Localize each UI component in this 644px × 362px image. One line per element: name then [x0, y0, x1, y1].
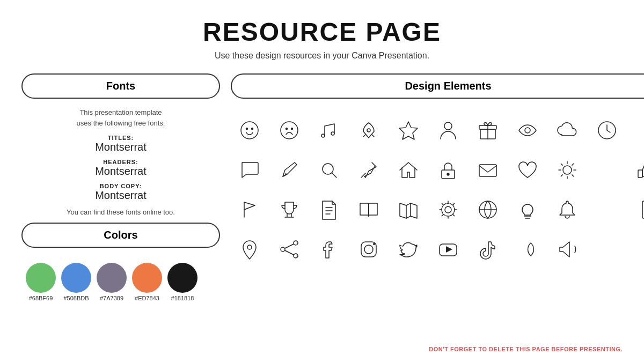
color-swatch-orange: #ED7843 — [132, 263, 162, 301]
icon-person — [429, 112, 467, 149]
fonts-note: You can find these fonts online too. — [21, 208, 220, 216]
icon-gift — [469, 112, 507, 149]
color-hex-black: #181818 — [171, 295, 194, 301]
svg-point-26 — [294, 241, 298, 245]
svg-rect-20 — [638, 170, 642, 178]
icon-thumbsup — [628, 151, 644, 189]
color-swatch-blue: #508BDB — [61, 263, 91, 301]
design-elements-header: Design Elements — [231, 73, 644, 99]
svg-point-27 — [281, 247, 285, 252]
icon-lock — [429, 151, 467, 189]
icon-moon — [509, 231, 546, 268]
page-subtitle: Use these design resources in your Canva… — [0, 51, 644, 61]
svg-point-5 — [291, 128, 293, 130]
icon-smiley — [231, 112, 268, 149]
icon-empty-2 — [588, 151, 626, 189]
svg-point-17 — [447, 173, 449, 175]
icon-sad — [270, 112, 308, 149]
icon-pin — [350, 151, 387, 189]
svg-point-13 — [525, 128, 530, 133]
svg-point-30 — [364, 245, 373, 254]
icon-pencil — [270, 151, 308, 189]
color-hex-orange: #ED7843 — [135, 295, 159, 301]
icon-twitter — [390, 231, 427, 268]
icon-mobile — [628, 191, 644, 228]
color-swatch-green: #68BF69 — [26, 263, 56, 301]
font-titles: TITLES: Montserrat — [21, 135, 220, 153]
icon-empty-1 — [628, 112, 644, 149]
icon-home — [390, 151, 427, 189]
right-panel: Design Elements — [231, 73, 644, 301]
svg-point-15 — [323, 164, 333, 174]
icon-search — [310, 151, 348, 189]
color-swatch-black: #181818 — [167, 263, 197, 301]
color-hex-green: #68BF69 — [29, 295, 53, 301]
fonts-description: This presentation template uses the foll… — [21, 107, 220, 128]
icon-eye — [509, 112, 546, 149]
svg-marker-33 — [446, 246, 452, 253]
svg-point-6 — [321, 134, 325, 137]
swatch-green — [26, 263, 56, 293]
icon-document — [310, 191, 348, 228]
svg-point-28 — [294, 254, 298, 258]
icon-rocket — [350, 112, 387, 149]
swatch-blue — [61, 263, 91, 293]
icon-book — [350, 191, 387, 228]
icon-empty-4 — [588, 231, 626, 268]
font-body: BODY COPY: Montserrat — [21, 183, 220, 202]
svg-point-25 — [247, 245, 252, 249]
icon-tiktok — [469, 231, 507, 268]
icon-share — [270, 231, 308, 268]
svg-point-10 — [444, 122, 452, 130]
icon-megaphone — [548, 231, 586, 268]
icons-grid — [231, 112, 644, 268]
svg-point-8 — [367, 129, 370, 132]
icon-mail — [469, 151, 507, 189]
icon-youtube — [429, 231, 467, 268]
icon-heart — [509, 151, 546, 189]
swatch-black — [167, 263, 197, 293]
icon-lightbulb — [509, 191, 546, 228]
color-swatches: #68BF69 #508BDB #7A7389 #ED7843 #181818 — [21, 263, 220, 301]
svg-point-21 — [445, 206, 451, 213]
icon-instagram — [350, 231, 387, 268]
icon-music — [310, 112, 348, 149]
icon-clock — [588, 112, 626, 149]
svg-point-19 — [563, 166, 572, 174]
svg-point-1 — [246, 128, 248, 130]
swatch-orange — [132, 263, 162, 293]
icon-bell — [548, 191, 586, 228]
fonts-header: Fonts — [21, 73, 220, 99]
icon-gear — [429, 191, 467, 228]
svg-point-0 — [241, 122, 258, 139]
icon-location — [231, 231, 268, 268]
svg-point-4 — [286, 128, 288, 130]
icon-trophy — [270, 191, 308, 228]
icon-chat — [231, 151, 268, 189]
color-hex-purple: #7A7389 — [100, 295, 123, 301]
color-swatch-purple: #7A7389 — [97, 263, 127, 301]
color-hex-blue: #508BDB — [63, 295, 89, 301]
footer-note: DON'T FORGET TO DELETE THIS PAGE BEFORE … — [429, 346, 623, 352]
font-headers: HEADERS: Montserrat — [21, 159, 220, 178]
svg-point-3 — [281, 122, 298, 139]
svg-point-2 — [252, 128, 253, 130]
icon-flag — [231, 191, 268, 228]
svg-marker-9 — [399, 122, 418, 139]
left-panel: Fonts This presentation template uses th… — [21, 73, 220, 301]
colors-section: Colors #68BF69 #508BDB #7A7389 #ED7843 — [21, 223, 220, 301]
colors-header: Colors — [21, 223, 220, 248]
icon-globe — [469, 191, 507, 228]
icon-map — [390, 191, 427, 228]
svg-rect-18 — [479, 165, 496, 176]
swatch-purple — [97, 263, 127, 293]
icon-star — [390, 112, 427, 149]
page-title: RESOURCE PAGE — [0, 0, 644, 51]
svg-point-31 — [373, 243, 375, 245]
icon-facebook — [310, 231, 348, 268]
icon-sun — [548, 151, 586, 189]
icon-cloud — [548, 112, 586, 149]
icon-empty-3 — [588, 191, 626, 228]
svg-point-7 — [331, 132, 334, 135]
